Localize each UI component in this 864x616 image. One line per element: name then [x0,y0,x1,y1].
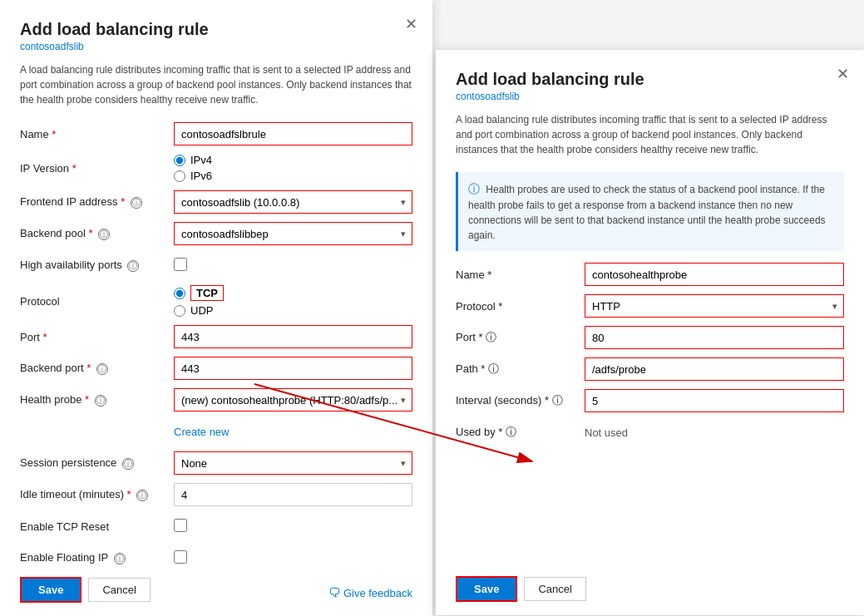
frontend-ip-row: Frontend IP address * ⓘ contosoadfslib (… [20,190,412,214]
feedback-label: Give feedback [343,587,412,599]
ipv4-row: IPv4 [174,154,412,166]
session-persistence-control: None ▾ [174,451,412,475]
backend-pool-select[interactable]: contosoadfslibbep [174,222,412,245]
ipv6-label: IPv6 [190,170,212,182]
ip-version-radio-group: IPv4 IPv6 [174,154,412,182]
floating-ip-info-icon[interactable]: ⓘ [114,553,126,564]
frontend-ip-control: contosoadfslib (10.0.0.8) ▾ [174,190,412,214]
right-path-info-icon[interactable]: ⓘ [488,362,499,375]
idle-timeout-label: Idle timeout (minutes) * ⓘ [20,488,174,501]
session-persistence-info-icon[interactable]: ⓘ [122,458,134,470]
ha-ports-checkbox[interactable] [174,258,187,271]
backend-pool-control: contosoadfslibbep ▾ [174,222,412,245]
name-input[interactable] [174,122,412,145]
ipv6-radio[interactable] [174,170,185,182]
tcp-label: TCP [190,285,224,301]
right-name-input[interactable] [585,263,844,286]
right-interval-info-icon[interactable]: ⓘ [552,394,563,407]
tcp-reset-control [174,519,412,535]
info-box-text: Health probes are used to check the stat… [468,184,826,241]
right-port-info-icon[interactable]: ⓘ [486,331,496,343]
info-box: ⓘ Health probes are used to check the st… [456,172,844,251]
right-used-by-info-icon[interactable]: ⓘ [506,426,516,438]
right-protocol-label: Protocol * [456,300,585,313]
ipv4-radio[interactable] [174,155,185,166]
tcp-radio[interactable] [174,288,185,299]
right-path-label: Path * ⓘ [456,362,585,377]
feedback-icon: 🗨 [328,586,340,599]
right-used-by-row: Used by * ⓘ Not used [456,421,844,444]
session-persistence-label: Session persistence ⓘ [20,456,174,470]
port-label: Port * [20,331,174,343]
left-footer: Save Cancel [20,577,151,603]
udp-label: UDP [190,304,213,317]
cancel-button-right[interactable]: Cancel [524,577,585,601]
right-path-input[interactable] [585,357,844,381]
health-probe-row: Health probe * ⓘ (new) contosohealthprob… [20,388,412,411]
right-protocol-control: HTTP ▾ [585,294,844,318]
left-panel-description: A load balancing rule distributes incomi… [20,62,412,107]
tcp-row: TCP [174,285,412,301]
tcp-reset-checkbox[interactable] [174,519,187,532]
backend-port-row: Backend port * ⓘ [20,357,412,380]
ha-ports-control [174,258,412,274]
health-probe-control: (new) contosohealthprobe (HTTP:80/adfs/p… [174,388,412,411]
protocol-radio-group: TCP UDP [174,285,412,317]
frontend-ip-label: Frontend IP address * ⓘ [20,195,174,209]
cancel-button-left[interactable]: Cancel [88,578,150,602]
session-persistence-select[interactable]: None [174,451,412,475]
protocol-label: Protocol [20,295,174,308]
backend-port-input[interactable] [174,357,412,380]
session-persistence-row: Session persistence ⓘ None ▾ [20,451,412,475]
create-new-row: Create new [20,420,412,443]
right-interval-input[interactable] [585,389,844,412]
save-button-left[interactable]: Save [20,577,81,603]
ip-version-label: IP Version * [20,162,174,175]
backend-port-label: Backend port * ⓘ [20,362,174,375]
port-control [174,325,412,348]
ip-version-control: IPv4 IPv6 [174,154,412,182]
right-name-label: Name * [456,269,585,281]
right-port-row: Port * ⓘ [456,326,844,349]
right-panel: ✕ Add load balancing rule contosoadfslib… [436,50,864,615]
ha-ports-info-icon[interactable]: ⓘ [127,260,139,272]
ha-ports-row: High availability ports ⓘ [20,254,412,277]
protocol-control: TCP UDP [174,285,412,317]
backend-port-info-icon[interactable]: ⓘ [96,363,108,375]
right-port-label: Port * ⓘ [456,330,585,345]
udp-radio[interactable] [174,305,185,317]
port-row: Port * [20,325,412,348]
create-new-control: Create new [174,426,412,438]
frontend-ip-info-icon[interactable]: ⓘ [131,197,142,209]
port-input[interactable] [174,325,412,348]
idle-timeout-info-icon[interactable]: ⓘ [136,490,148,501]
frontend-ip-select[interactable]: contosoadfslib (10.0.0.8) [174,190,412,214]
health-probe-label: Health probe * ⓘ [20,393,174,407]
name-control [174,122,412,145]
floating-ip-control [174,550,412,566]
name-row: Name * [20,122,412,145]
right-footer: Save Cancel [456,576,586,602]
tcp-reset-row: Enable TCP Reset [20,515,412,538]
right-path-row: Path * ⓘ [456,357,844,381]
right-protocol-select[interactable]: HTTP [585,294,844,318]
udp-row: UDP [174,304,412,317]
backend-port-control [174,357,412,380]
floating-ip-checkbox[interactable] [174,550,187,564]
right-interval-row: Interval (seconds) * ⓘ [456,389,844,412]
create-new-button[interactable]: Create new [174,426,229,438]
floating-ip-row: Enable Floating IP ⓘ [20,546,412,569]
feedback-button[interactable]: 🗨 Give feedback [328,586,412,599]
ipv6-row: IPv6 [174,170,412,182]
right-used-by-value: Not used [585,426,628,439]
right-port-input[interactable] [585,326,844,349]
close-button-right[interactable]: ✕ [837,65,849,83]
left-panel-subtitle: contosoadfslib [20,41,412,52]
idle-timeout-input[interactable] [174,483,412,506]
right-name-control [585,263,844,286]
close-button-left[interactable]: ✕ [405,15,417,33]
health-probe-info-icon[interactable]: ⓘ [95,395,106,407]
save-button-right[interactable]: Save [456,576,517,602]
health-probe-select[interactable]: (new) contosohealthprobe (HTTP:80/adfs/p… [174,388,412,411]
backend-pool-info-icon[interactable]: ⓘ [98,229,110,240]
